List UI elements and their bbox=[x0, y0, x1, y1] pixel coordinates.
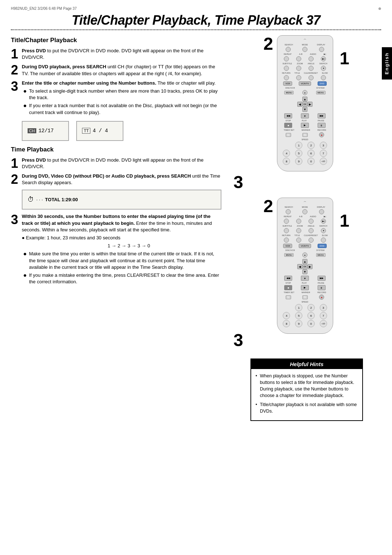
r2-btn-subtitle[interactable] bbox=[284, 228, 289, 233]
hint-item-2: Title/chapter playback is not available … bbox=[256, 401, 358, 414]
btn-clear-reset[interactable] bbox=[309, 75, 314, 80]
r2-btn-down-nav[interactable]: ▼ bbox=[301, 276, 309, 281]
btn-record[interactable]: ● bbox=[319, 132, 324, 137]
r2-nav-right-btn[interactable]: ▶ bbox=[307, 264, 313, 269]
display-box-ch: CH 12/17 bbox=[22, 121, 69, 141]
btn-angle[interactable] bbox=[309, 66, 314, 71]
btn-rew[interactable]: ◀◀ bbox=[284, 113, 292, 118]
nav-left-btn[interactable]: ◀ bbox=[297, 102, 302, 107]
nav-down-btn[interactable]: ▼ bbox=[302, 107, 307, 112]
btn-search[interactable] bbox=[286, 47, 291, 52]
r2-btn-record[interactable]: ● bbox=[319, 295, 324, 300]
r2-btn-up[interactable]: ▲ bbox=[302, 252, 307, 258]
btn-subtitle[interactable] bbox=[284, 66, 289, 71]
remote1-row3-btns: ▼ bbox=[280, 66, 330, 71]
btn-menu2[interactable]: MENU bbox=[316, 91, 326, 94]
num-5[interactable]: 5 bbox=[295, 150, 302, 157]
nav-ok-btn[interactable]: OK bbox=[302, 101, 308, 107]
remote-1: ⌒ SEARCH MODE DISPLAY REPEAT A-B bbox=[277, 35, 333, 171]
r2-btn-zoom[interactable] bbox=[296, 228, 301, 233]
btn-repeat[interactable] bbox=[284, 56, 289, 61]
r2-num-9[interactable]: 9 bbox=[295, 320, 302, 327]
num-7[interactable]: 7 bbox=[320, 150, 327, 157]
r2-btn-vcr-tv[interactable]: VCR/TV bbox=[299, 244, 311, 248]
r2-btn-timer-set[interactable]: ⬜ bbox=[286, 295, 291, 299]
r2-btn-angle[interactable] bbox=[309, 228, 314, 233]
r2-num-6[interactable]: 6 bbox=[307, 312, 315, 319]
r2-btn-play[interactable]: ▶ bbox=[301, 285, 309, 290]
btn-ff[interactable]: ▶▶ bbox=[318, 113, 326, 118]
r2-num-4[interactable]: 4 bbox=[283, 312, 290, 319]
num-8[interactable]: 8 bbox=[283, 158, 290, 165]
s2-step3-bullets: ● Make sure the time you enter is within… bbox=[23, 251, 221, 285]
r2-nav-up-btn[interactable]: ▲ bbox=[302, 259, 307, 264]
r2-nav-ok-btn[interactable]: OK bbox=[302, 264, 308, 270]
btn-stop[interactable]: ■ bbox=[284, 123, 292, 128]
btn-up[interactable]: ▲ bbox=[302, 90, 307, 95]
btn-mode[interactable] bbox=[302, 47, 307, 52]
r2-btn-stop[interactable]: ■ bbox=[284, 285, 292, 290]
num-1[interactable]: 1 bbox=[295, 142, 302, 149]
r2-nav-down-btn[interactable]: ▼ bbox=[302, 269, 307, 274]
r2-btn-skip-fwd[interactable]: ▶| bbox=[321, 219, 326, 224]
num-3[interactable]: 3 bbox=[320, 142, 327, 149]
btn-audio[interactable] bbox=[309, 56, 314, 61]
r2-btn-return[interactable] bbox=[284, 238, 289, 243]
btn-skip-ch[interactable]: ▼ bbox=[321, 66, 326, 71]
s2-step1-number: 1 bbox=[11, 157, 19, 170]
num-2[interactable]: 2 bbox=[307, 142, 315, 149]
r2-btn-ff[interactable]: ▶▶ bbox=[318, 276, 326, 281]
num-0[interactable]: 0 bbox=[307, 158, 315, 165]
r2-btn-audio[interactable] bbox=[309, 219, 314, 224]
btn-skip-fwd[interactable]: ▶| bbox=[321, 56, 326, 61]
r2-btn-search[interactable] bbox=[286, 209, 291, 214]
r2-btn-dvd[interactable]: DVD bbox=[318, 244, 327, 248]
btn-play[interactable]: ▶ bbox=[301, 123, 309, 128]
num-9[interactable]: 9 bbox=[295, 158, 302, 165]
btn-title[interactable] bbox=[296, 75, 301, 80]
r2-num-3[interactable]: 3 bbox=[320, 304, 327, 311]
r2-num-2[interactable]: 2 bbox=[307, 304, 315, 311]
r2-btn-mode[interactable] bbox=[302, 209, 307, 214]
r2-num-0[interactable]: 0 bbox=[307, 320, 315, 327]
btn-menu1[interactable]: MENU bbox=[284, 91, 294, 94]
btn-vcr[interactable]: VCR bbox=[283, 81, 292, 86]
r2-btn-marker[interactable]: ⬜ bbox=[302, 295, 308, 299]
r2-btn-repeat-ab[interactable] bbox=[296, 219, 301, 224]
r2-num-1[interactable]: 1 bbox=[295, 304, 302, 311]
r2-num-8[interactable]: 8 bbox=[283, 320, 290, 327]
r2-btn-rew[interactable]: ◀◀ bbox=[284, 276, 292, 281]
r2-num-5[interactable]: 5 bbox=[295, 312, 302, 319]
r2-btn-menu2[interactable]: MENU bbox=[316, 253, 326, 257]
btn-zoom[interactable] bbox=[296, 66, 301, 71]
bullet-text: Make sure the time you enter is within t… bbox=[29, 251, 221, 271]
r2-btn-display[interactable] bbox=[319, 209, 324, 214]
nav-right-btn[interactable]: ▶ bbox=[307, 102, 313, 107]
r2-btn-clear-reset[interactable] bbox=[309, 238, 314, 243]
r2-btn-skip-ch[interactable]: ▼ bbox=[321, 228, 326, 233]
r2-btn-title[interactable] bbox=[296, 238, 301, 243]
btn-slow[interactable] bbox=[321, 75, 326, 80]
r2-btn-vcr[interactable]: VCR bbox=[283, 244, 292, 248]
r2-btn-repeat[interactable] bbox=[284, 219, 289, 224]
btn-repeat-ab[interactable] bbox=[296, 56, 301, 61]
r2-btn-slow[interactable] bbox=[321, 238, 326, 243]
r2-btn-menu1[interactable]: MENU bbox=[284, 253, 294, 257]
btn-marker[interactable]: ⬜ bbox=[302, 133, 308, 137]
num-4[interactable]: 4 bbox=[283, 150, 290, 157]
r2-num-plus10[interactable]: +10 bbox=[320, 320, 327, 327]
btn-display[interactable] bbox=[319, 47, 324, 52]
btn-timer-set[interactable]: ⬜ bbox=[286, 133, 291, 137]
r2-num-7[interactable]: 7 bbox=[320, 312, 327, 319]
r2-btn-pause[interactable]: ⏸ bbox=[318, 285, 326, 290]
num-plus10[interactable]: +10 bbox=[320, 158, 327, 165]
btn-dvd[interactable]: DVD bbox=[318, 81, 327, 86]
btn-pause[interactable]: ⏸ bbox=[318, 123, 326, 128]
btn-vcr-tv[interactable]: VCR/TV bbox=[299, 81, 311, 86]
num-6[interactable]: 6 bbox=[307, 150, 315, 157]
btn-down-nav[interactable]: ▼ bbox=[301, 113, 309, 118]
btn-return[interactable] bbox=[284, 75, 289, 80]
big-num-1-bottom: 1 bbox=[337, 212, 350, 230]
nav-up-btn[interactable]: ▲ bbox=[302, 97, 307, 102]
r2-nav-left-btn[interactable]: ◀ bbox=[297, 264, 302, 269]
